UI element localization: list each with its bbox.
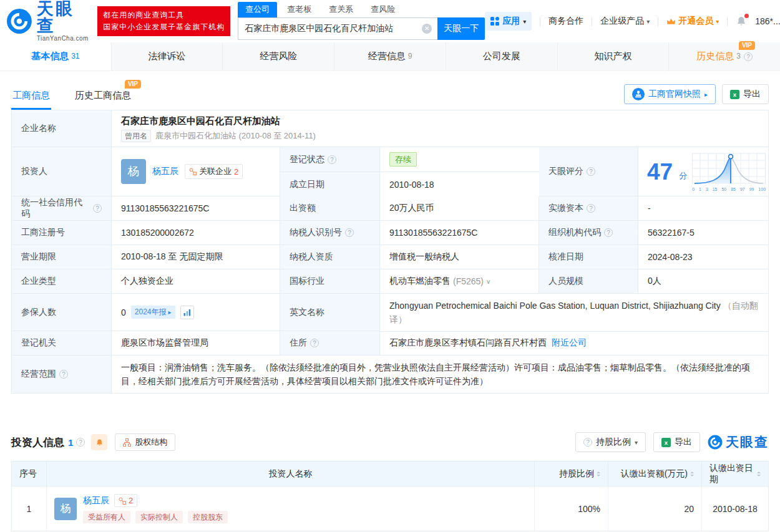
enterprise-product-menu[interactable]: 企业级产品 ▾ [600,16,650,27]
tab-operating-info[interactable]: 经营信息 9 [334,42,446,70]
sort-icon[interactable] [757,472,761,476]
snapshot-label: 工商官网快照 [648,89,701,100]
subtab-label: 历史工商信息 [75,90,131,100]
address-text: 石家庄市鹿泉区李村镇石闫路百尺杆村西 [389,337,547,349]
field-label-investor: 投资人 [12,147,112,196]
subtab-business-info[interactable]: 工商信息 [11,90,51,110]
tab-count: 31 [71,52,79,60]
trend-chart-button[interactable] [180,306,194,319]
tab-legal-proceedings[interactable]: 法律诉讼 [111,42,223,70]
header-text: 持股比例 [559,468,594,480]
investor-avatar[interactable]: 杨 [121,159,146,184]
business-coop-link[interactable]: 商务合作 [548,16,583,27]
logo-text: 天眼查 TianYanCha.com [37,1,90,42]
tab-label: 经营风险 [260,51,297,62]
search-input[interactable] [238,17,437,40]
promo-line1: 都在用的商业查询工具 [103,9,225,21]
subtab-history-business-info[interactable]: 历史工商信息 VIP [74,90,132,110]
header-text: 认缴出资日期 [709,463,754,485]
equity-structure-label: 股权结构 [135,437,167,448]
tab-operating-risk[interactable]: 经营风险 [222,42,334,70]
shareholding-ratio-dropdown[interactable]: 持股比例 ▾ [575,432,646,452]
export-button[interactable]: x 导出 [722,84,769,104]
field-value-english-name: Zhongyuan Petrochemical Baichi Pole Gas … [380,294,768,332]
search-row: ✕ 天眼一下 [238,17,485,40]
field-label-scope: 经营范围 [12,355,112,393]
field-label: 实缴资本 [539,196,638,221]
field-label: 工商注册号 [12,221,112,245]
help-icon[interactable] [345,228,354,237]
business-info-table: 企业名称 石家庄市鹿泉区中园石化百尺杆加油站 曾用名 鹿泉市中园石化加油站 (2… [11,110,769,394]
investor-name-link[interactable]: 杨五辰 [83,495,109,506]
field-label-established: 成立日期 [280,172,380,196]
field-label: 组织机构代码 [539,221,638,245]
score-value: 47 [647,160,673,183]
col-header-date: 认缴出资日期 [702,462,768,486]
top-menu: 应用 ▾ 商务合作 企业级产品 ▾ 开通会员 ▾ [485,12,780,31]
col-header-index: 序号 [12,462,47,486]
search-button[interactable]: 天眼一下 [437,17,485,40]
logo-title: 天眼查 [37,1,90,34]
tag-actual-controller: 实际控制人 [135,511,183,523]
help-icon[interactable] [604,228,613,237]
bar-chart-icon [183,309,191,316]
help-icon[interactable] [587,167,595,176]
help-icon[interactable] [93,204,102,213]
account-label: 186*... [755,16,780,26]
tab-label: 公司发展 [483,51,520,62]
arrow-right-icon: ▸ [168,309,172,316]
tab-intellectual-property[interactable]: 知识产权 [557,42,669,70]
tianyancha-logo[interactable]: 天眼查 TianYanCha.com [6,1,90,42]
search-tab-company[interactable]: 查公司 [238,2,277,17]
field-value-authority: 鹿泉区市场监督管理局 [112,331,280,355]
related-companies-badge[interactable]: 2 [114,494,137,507]
field-value: 91130185563221675C [112,196,280,221]
status-established-subtable: 登记状态 存续 成立日期 2010-08-18 [280,147,539,196]
sort-icon[interactable] [597,472,600,476]
reg-status-label: 登记状态 [290,154,324,165]
investors-table: 序号 投资人名称 持股比例 认缴出资额(万元) 认缴出资日期 1 杨 杨五辰 [11,461,769,531]
arrow-right-icon: ▸ [704,91,708,98]
official-snapshot-button[interactable]: 工商官网快照 ▸ [624,84,716,104]
investors-export-button[interactable]: x 导出 [653,432,700,452]
field-label: 人员规模 [539,269,638,294]
tab-company-development[interactable]: 公司发展 [446,42,557,70]
annual-report-badge[interactable]: 2024年报 ▸ [131,306,175,319]
logo-subtitle: TianYanCha.com [37,35,90,42]
tab-basic-info[interactable]: 基本信息 31 [0,42,111,70]
apps-menu[interactable]: 应用 ▾ [485,12,532,31]
field-value: 56322167-5 [638,221,768,245]
field-value: 130185200002672 [112,221,280,245]
field-value-company-name: 石家庄市鹿泉区中园石化百尺杆加油站 曾用名 鹿泉市中园石化加油站 (2010-0… [112,110,768,147]
help-icon[interactable] [744,52,753,61]
crown-icon [666,17,676,26]
field-label-score: 天眼评分 [539,147,638,196]
notification-bell[interactable] [736,16,747,27]
vip-badge: VIP [739,41,755,50]
monitor-bell-button[interactable] [91,434,107,450]
equity-structure-button[interactable]: 股权结构 [115,433,175,451]
former-name: 鹿泉市中园石化加油站 (2010-08 至 2014-11) [155,130,316,142]
tab-history-info[interactable]: 历史信息 3 VIP [668,42,780,70]
help-icon[interactable] [76,438,85,447]
help-icon[interactable] [59,370,68,379]
investor-tags: 受益所有人 实际控制人 控股股东 [83,511,228,523]
investor-name-link[interactable]: 杨五辰 [152,166,178,177]
field-label: 统一社会信用代码 [12,196,112,221]
related-companies-badge[interactable]: 关联企业 2 [185,164,243,179]
label-text: 纳税人识别号 [290,227,342,238]
help-icon[interactable] [328,155,336,164]
investor-avatar[interactable]: 杨 [54,498,77,520]
search-tab-risk[interactable]: 查风险 [363,2,402,17]
field-value: 2010-08-18 至 无固定期限 [112,245,280,269]
nearby-companies-link[interactable]: 附近公司 [552,337,587,349]
field-value-address: 石家庄市鹿泉区李村镇石闫路百尺杆村西 附近公司 [380,331,768,355]
help-icon[interactable] [310,339,319,347]
search-tab-relation[interactable]: 查关系 [321,2,361,17]
help-icon[interactable] [587,204,595,213]
sort-icon[interactable] [690,472,694,476]
account-menu[interactable]: 186*... ▾ [755,16,780,26]
search-tab-boss[interactable]: 查老板 [280,2,319,17]
vip-membership-menu[interactable]: 开通会员 ▾ [666,16,719,27]
chevron-down-icon[interactable]: ∨ [486,278,490,285]
